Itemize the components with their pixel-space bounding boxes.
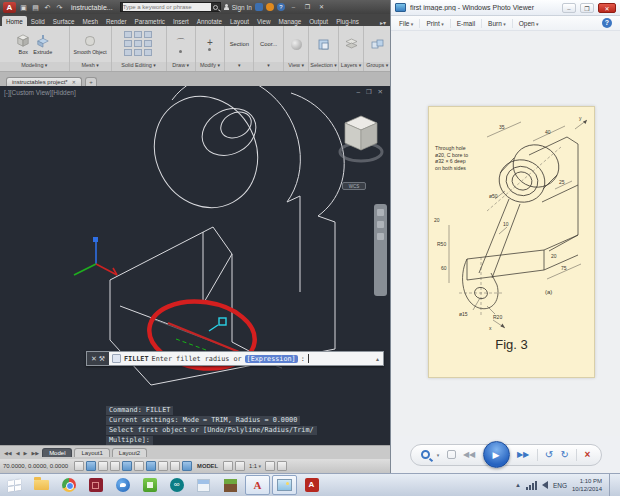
panel-label-selection[interactable]: Selection <box>309 62 337 71</box>
ribbon-tab-plugins[interactable]: Plug-ins <box>332 16 363 26</box>
ribbon-tab-home[interactable]: Home <box>2 16 27 26</box>
pv-help-icon[interactable]: ? <box>602 18 612 28</box>
language-indicator[interactable]: ENG <box>553 482 567 489</box>
menu-file[interactable]: File <box>399 20 413 27</box>
ribbon-options-icon[interactable]: ▸▾ <box>380 19 390 26</box>
lineweight-toggle[interactable] <box>182 461 192 471</box>
zoom-caret-icon[interactable]: ▾ <box>437 452 440 458</box>
view-sphere-icon[interactable] <box>291 39 302 50</box>
taskbar-installer-app[interactable] <box>137 475 162 495</box>
solid-editing-buttons[interactable] <box>124 31 153 57</box>
ribbon-tab-view[interactable]: View <box>253 16 275 26</box>
section-button[interactable]: Section <box>230 41 249 47</box>
otrack-toggle[interactable] <box>146 461 156 471</box>
groups-icon[interactable] <box>371 38 384 51</box>
selection-icon[interactable] <box>317 38 330 51</box>
autoscale-toggle[interactable] <box>235 461 245 471</box>
viewport-window-buttons[interactable]: – ❐ ✕ <box>356 88 385 96</box>
panel-label-draw[interactable]: Draw <box>167 62 195 71</box>
taskbar-notes[interactable] <box>191 475 216 495</box>
network-icon[interactable] <box>526 481 537 490</box>
menu-email[interactable]: E-mail <box>457 20 475 27</box>
redo-icon[interactable] <box>55 3 64 12</box>
save-icon[interactable] <box>31 3 40 12</box>
search-input[interactable] <box>123 3 211 11</box>
taskbar-clock[interactable]: 1:10 PM 10/12/2014 <box>572 477 602 493</box>
pv-maximize-button[interactable] <box>580 3 594 13</box>
panel-label-mesh[interactable]: Mesh <box>70 62 111 71</box>
panel-caret-coordinates[interactable] <box>254 62 282 71</box>
pv-minimize-button[interactable] <box>562 3 576 13</box>
delete-button[interactable]: × <box>585 449 591 460</box>
volume-icon[interactable] <box>542 481 548 489</box>
modify-icon[interactable]: + <box>207 37 213 48</box>
viewcube[interactable] <box>338 110 384 172</box>
box-button[interactable]: Box <box>16 34 30 55</box>
wcs-dropdown[interactable]: WCS <box>342 182 366 190</box>
new-tab-button[interactable]: + <box>85 77 97 86</box>
snap-toggle[interactable] <box>86 461 96 471</box>
command-option-expression[interactable]: [Expression] <box>245 355 298 363</box>
isolate-objects-toggle[interactable] <box>277 461 287 471</box>
zoom-icon[interactable] <box>377 221 384 228</box>
ortho-toggle[interactable] <box>110 461 120 471</box>
navigation-bar[interactable] <box>374 204 387 296</box>
ribbon-tab-render[interactable]: Render <box>102 16 131 26</box>
menu-burn[interactable]: Burn <box>488 20 506 27</box>
taskbar-minecraft[interactable] <box>218 475 243 495</box>
taskbar-thunderbird[interactable] <box>110 475 135 495</box>
pan-icon[interactable] <box>377 209 384 216</box>
command-input-bar[interactable]: ✕ ⚒ FILLET Enter fillet radius or [Expre… <box>86 351 384 366</box>
ribbon-tab-parametric[interactable]: Parametric <box>131 16 169 26</box>
next-image-button[interactable]: ▶▶ <box>517 450 529 459</box>
ribbon-tab-layout[interactable]: Layout <box>226 16 253 26</box>
infer-constraints-toggle[interactable] <box>74 461 84 471</box>
coordinates-button[interactable]: Coor... <box>260 41 277 47</box>
maximize-button[interactable] <box>302 3 313 12</box>
dyn-ucs-toggle[interactable] <box>158 461 168 471</box>
tab-close-icon[interactable]: ✕ <box>72 79 76 85</box>
rotate-ccw-button[interactable]: ↺ <box>545 450 553 460</box>
first-layout-icon[interactable]: ◀◀ <box>3 450 13 456</box>
prev-layout-icon[interactable]: ◀ <box>15 450 21 456</box>
panel-label-view[interactable]: View <box>284 62 309 71</box>
ribbon-tab-annotate[interactable]: Annotate <box>193 16 226 26</box>
panel-label-layers[interactable]: Layers <box>339 62 364 71</box>
taskbar-autocad[interactable]: A <box>245 475 270 495</box>
panel-label-groups[interactable]: Groups <box>364 62 390 71</box>
annotation-visibility-toggle[interactable] <box>223 461 233 471</box>
ribbon-tab-surface[interactable]: Surface <box>49 16 79 26</box>
dyn-input-toggle[interactable] <box>170 461 180 471</box>
panel-caret-section[interactable] <box>225 62 253 71</box>
tab-layout1[interactable]: Layout1 <box>74 448 109 457</box>
pv-close-button[interactable] <box>598 3 616 13</box>
minimize-button[interactable] <box>288 3 299 12</box>
tray-expand-icon[interactable]: ▲ <box>515 482 521 488</box>
panel-label-solid-editing[interactable]: Solid Editing <box>112 62 166 71</box>
panel-label-modeling[interactable]: Modeling <box>0 62 69 71</box>
taskbar-arduino[interactable]: ∞ <box>164 475 189 495</box>
open-icon[interactable] <box>19 3 28 12</box>
command-history-toggle-icon[interactable]: ▴ <box>376 355 379 362</box>
osnap-toggle[interactable] <box>134 461 144 471</box>
annotation-scale[interactable]: 1:1 <box>247 463 263 469</box>
tab-layout2[interactable]: Layout2 <box>112 448 147 457</box>
show-desktop-button[interactable] <box>609 474 614 496</box>
help-icon[interactable]: ? <box>277 3 285 11</box>
search-icon[interactable] <box>213 5 218 10</box>
last-layout-icon[interactable]: ▶▶ <box>30 450 40 456</box>
smooth-object-button[interactable]: Smooth Object <box>74 34 107 55</box>
document-tab[interactable]: instructables project*✕ <box>6 77 82 86</box>
draw-arc-icon[interactable]: ⌒ <box>176 36 186 50</box>
orbit-icon[interactable] <box>377 233 384 240</box>
taskbar-file-explorer[interactable] <box>29 475 54 495</box>
grid-toggle[interactable] <box>98 461 108 471</box>
ribbon-tab-manage[interactable]: Manage <box>274 16 305 26</box>
next-layout-icon[interactable]: ▶ <box>23 450 29 456</box>
model-viewport[interactable]: [-][Custom View][Hidden] – ❐ ✕ <box>0 86 390 445</box>
taskbar-chrome[interactable] <box>56 475 81 495</box>
undo-icon[interactable] <box>43 3 52 12</box>
autocad-logo-icon[interactable]: A <box>3 2 16 13</box>
taskbar-photo-viewer[interactable] <box>272 475 297 495</box>
taskbar-adobe-reader[interactable]: A <box>299 475 324 495</box>
